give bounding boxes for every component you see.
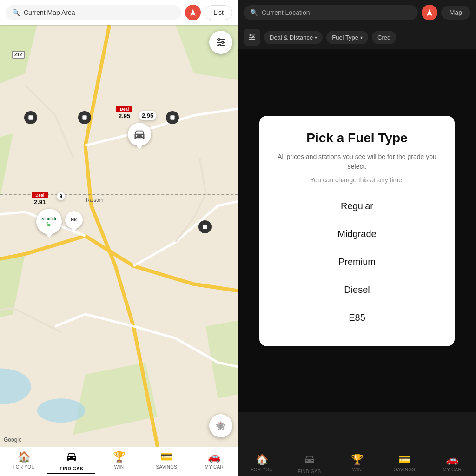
deal-badge-2: Deal 2.91 [32, 192, 48, 206]
svg-point-12 [220, 425, 222, 427]
nav-for-you-right[interactable]: 🏠 FOR YOU [238, 454, 285, 474]
map-button[interactable]: Map [441, 6, 470, 20]
fuel-option-midgrade[interactable]: Midgrade [271, 220, 443, 248]
nav-win-left[interactable]: 🏆 WIN [95, 451, 143, 474]
road-marker-4 [198, 220, 212, 233]
svg-point-7 [219, 44, 221, 46]
fuel-option-premium[interactable]: Premium [271, 248, 443, 276]
filter-deal-distance[interactable]: Deal & Distance ▾ [264, 31, 323, 44]
savings-icon-right: 💳 [398, 454, 411, 466]
gas-icon-left [66, 451, 77, 465]
search-icon-left: 🔍 [12, 9, 20, 16]
chevron-down-icon-2: ▾ [360, 35, 363, 40]
svg-point-1 [37, 398, 86, 423]
pin-gas-1[interactable] [128, 123, 151, 146]
savings-icon-left: 💳 [160, 451, 173, 463]
google-logo: Google [4, 436, 22, 443]
right-header: 🔍 Current Location Map [238, 0, 476, 25]
filter-row: Deal & Distance ▾ Fuel Type ▾ Cred [238, 25, 476, 49]
right-panel: 🔍 Current Location Map Deal & Distance ▾ [238, 0, 476, 476]
modal-change-text: You can change this at any time. [271, 176, 443, 184]
trophy-icon-right: 🏆 [351, 454, 364, 466]
filter-credit[interactable]: Cred [372, 31, 396, 44]
nav-win-right[interactable]: 🏆 WIN [333, 454, 381, 474]
nav-direction-icon-left[interactable] [185, 5, 201, 20]
svg-point-18 [251, 39, 252, 40]
deal-badge-1: Deal 2.95 [116, 106, 132, 120]
svg-rect-9 [170, 115, 174, 119]
search-input-left[interactable]: Current Map Area [24, 9, 175, 16]
bottom-nav-left: 🏠 FOR YOU FIND GAS 🏆 WIN 💳 SAVINGS 🚗 MY … [0, 447, 238, 476]
search-bar-left[interactable]: 🔍 Current Map Area [6, 5, 181, 20]
svg-point-16 [250, 34, 251, 36]
modal-title: Pick a Fuel Type [271, 131, 443, 145]
road-number-badge: 212 [12, 51, 25, 59]
road-marker-3 [24, 111, 37, 124]
location-label: Ralston [86, 197, 103, 203]
nav-my-car-right[interactable]: 🚗 MY CAR [429, 454, 476, 474]
svg-rect-10 [28, 115, 33, 119]
svg-point-0 [0, 369, 31, 405]
filter-icon-button[interactable] [244, 29, 260, 46]
left-header: 🔍 Current Map Area List [0, 0, 238, 25]
home-icon-left: 🏠 [18, 451, 30, 463]
car-icon-left: 🚗 [208, 451, 220, 463]
fuel-option-e85[interactable]: E85 [271, 304, 443, 331]
svg-rect-11 [203, 225, 207, 229]
filter-fuel-type[interactable]: Fuel Type ▾ [326, 31, 368, 44]
price-popup-2: 9 [57, 192, 65, 200]
svg-point-6 [222, 41, 224, 43]
price-popup-1: 2.95 [139, 111, 156, 120]
road-marker-2 [166, 111, 179, 124]
search-bar-right[interactable]: 🔍 Current Location [244, 5, 418, 20]
gas-icon-right [304, 454, 315, 468]
map-svg [0, 25, 238, 447]
modal-subtitle: All prices and stations you see will be … [271, 152, 443, 172]
road-marker-1 [78, 111, 91, 124]
trophy-icon-left: 🏆 [113, 451, 126, 463]
nav-direction-icon-right[interactable] [422, 5, 437, 20]
left-panel: 🔍 Current Map Area List [0, 0, 238, 476]
filter-button[interactable] [209, 31, 232, 54]
search-icon-right: 🔍 [250, 9, 258, 16]
fuel-option-diesel[interactable]: Diesel [271, 276, 443, 304]
nav-find-gas-right[interactable]: FIND GAS [285, 454, 333, 474]
pin-small[interactable]: HK [65, 211, 83, 229]
fuel-option-regular[interactable]: Regular [271, 192, 443, 220]
svg-point-17 [253, 37, 254, 38]
pin-sinclair[interactable]: Sinclair 🦕 [36, 209, 62, 234]
bottom-nav-right: 🏠 FOR YOU FIND GAS 🏆 WIN 💳 SAVINGS 🚗 MY … [238, 450, 476, 476]
right-content-area: Pick a Fuel Type All prices and stations… [238, 49, 476, 450]
nav-savings-right[interactable]: 💳 SAVINGS [381, 454, 428, 474]
fuel-type-modal: Pick a Fuel Type All prices and stations… [259, 116, 455, 346]
nav-find-gas-left[interactable]: FIND GAS [47, 451, 95, 474]
car-icon-right: 🚗 [446, 454, 458, 466]
svg-point-5 [218, 39, 220, 40]
nav-for-you-left[interactable]: 🏠 FOR YOU [0, 451, 47, 474]
map-area: 212 Ralston [0, 25, 238, 447]
list-button[interactable]: List [205, 5, 232, 20]
modal-overlay: Pick a Fuel Type All prices and stations… [238, 49, 476, 412]
home-icon-right: 🏠 [256, 454, 268, 466]
nav-my-car-left[interactable]: 🚗 MY CAR [191, 451, 238, 474]
svg-rect-8 [82, 115, 86, 119]
search-input-right[interactable]: Current Location [262, 9, 411, 16]
nav-savings-left[interactable]: 💳 SAVINGS [143, 451, 190, 474]
chevron-down-icon-1: ▾ [315, 35, 317, 40]
compass-button[interactable] [209, 414, 232, 437]
